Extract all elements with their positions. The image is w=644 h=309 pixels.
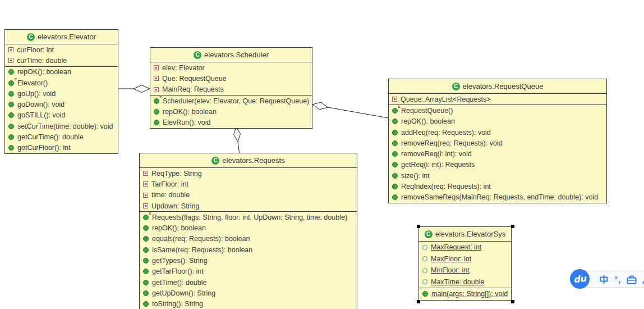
uml-method-row[interactable]: ReqIndex(req: Requests): int xyxy=(389,181,606,192)
baidu-ime-logo[interactable]: du xyxy=(570,269,590,289)
uml-field-row[interactable]: ReqType: String xyxy=(140,168,357,179)
uml-method-row[interactable]: getCurFloor(): int xyxy=(5,143,118,153)
member-label: ReqIndex(req: Requests): int xyxy=(401,183,491,190)
member-label: getUpDown(): String xyxy=(152,289,215,297)
uml-method-row[interactable]: getTarFloor(): int xyxy=(140,266,357,277)
member-label: getTypes(): String xyxy=(152,257,208,265)
class-node-scheduler[interactable]: Celevators.Schedulerelev: ElevatorQue: R… xyxy=(150,47,312,129)
member-label: RequestQueue() xyxy=(401,107,453,115)
member-label: MinFloor: int xyxy=(431,266,470,274)
uml-field-row[interactable]: Que: RequestQueue xyxy=(150,73,312,84)
uml-field-row[interactable]: MinFloor: int xyxy=(419,265,511,276)
uml-method-row[interactable]: cRequests(flags: String, floor: int, UpD… xyxy=(140,212,357,222)
uml-method-row[interactable]: cRequestQueue() xyxy=(389,105,606,116)
member-label: size(): int xyxy=(401,172,430,180)
constructor-icon: c xyxy=(392,108,398,113)
uml-method-row[interactable]: cScheduler(elev: Elevator, Que: RequestQ… xyxy=(150,96,312,106)
uml-method-row[interactable]: getReq(i: int): Requests xyxy=(389,160,606,170)
class-node-elevator[interactable]: Celevators.ElevatorcurFloor: intcurTime:… xyxy=(4,29,118,154)
uml-field-row[interactable]: TarFloor: int xyxy=(140,179,357,189)
uml-field-row[interactable]: MaxTime: double xyxy=(419,276,511,288)
member-label: getTarFloor(): int xyxy=(152,267,204,275)
uml-method-row[interactable]: cElevator() xyxy=(5,78,118,88)
association-line-scheduler-requests[interactable] xyxy=(238,142,240,153)
member-label: removeReq(req: Requests): void xyxy=(401,139,503,147)
uml-method-row[interactable]: main(args: String[]): void xyxy=(419,288,511,300)
field-icon xyxy=(143,181,148,187)
method-icon xyxy=(143,247,149,253)
selection-handle[interactable] xyxy=(417,225,420,228)
uml-method-row[interactable]: getCurTime(): double xyxy=(5,131,118,142)
uml-method-row[interactable]: getTypes(): String xyxy=(140,255,357,266)
selection-handle[interactable] xyxy=(511,225,514,228)
aggregation-diamond-scheduler-bottom[interactable] xyxy=(234,127,241,142)
class-icon: C xyxy=(425,230,433,238)
uml-method-row[interactable]: size(): int xyxy=(389,170,606,181)
member-label: Queue: ArrayList<Requests> xyxy=(401,96,491,103)
diagram-canvas[interactable]: Celevators.ElevatorcurFloor: intcurTime:… xyxy=(0,0,644,309)
constructor-icon: c xyxy=(143,215,149,220)
aggregation-diamond-scheduler-left[interactable] xyxy=(134,85,150,93)
uml-method-row[interactable]: isSame(req: Requests): boolean xyxy=(140,244,357,255)
field-icon xyxy=(143,171,148,176)
uml-method-row[interactable]: repOK(): boolean xyxy=(389,116,606,127)
fields-section: elev: ElevatorQue: RequestQueueMainReq: … xyxy=(150,62,312,96)
uml-field-row[interactable]: MainReq: Requests xyxy=(150,84,312,95)
uml-method-row[interactable]: equals(req: Requests): boolean xyxy=(140,234,357,244)
class-node-elevatorsys[interactable]: Celevators.ElevatorSysMaxRequest: intMax… xyxy=(418,226,512,301)
fields-section: ReqType: StringTarFloor: inttime: double… xyxy=(140,168,357,212)
member-label: repOK(): boolean xyxy=(163,108,217,116)
uml-method-row[interactable]: toString(): String xyxy=(140,299,357,309)
uml-method-row[interactable]: removeSameReqs(MainReq: Requests, endTim… xyxy=(389,192,606,203)
uml-method-row[interactable]: addReq(req: Requests): void xyxy=(389,127,606,138)
member-label: curTime: double xyxy=(17,57,67,65)
member-label: setCurTime(time: double): void xyxy=(17,122,113,130)
class-name: elevators.Scheduler xyxy=(204,51,269,59)
methods-section: cRequestQueue()repOK(): booleanaddReq(re… xyxy=(389,105,606,203)
uml-method-row[interactable]: removeReq(i: int): void xyxy=(389,148,606,159)
field-icon xyxy=(143,203,148,208)
uml-field-row[interactable]: elev: Elevator xyxy=(150,62,312,73)
uml-method-row[interactable]: ElevRun(): void xyxy=(150,117,312,128)
method-icon xyxy=(392,130,398,135)
member-label: ReqType: String xyxy=(151,170,202,178)
uml-method-row[interactable]: getUpDown(): String xyxy=(140,288,357,298)
uml-method-row[interactable]: goSTILL(): void xyxy=(5,110,118,121)
method-icon xyxy=(154,98,159,104)
method-icon xyxy=(392,194,398,200)
uml-method-row[interactable]: goDown(): void xyxy=(5,99,118,110)
uml-method-row[interactable]: getTime(): double xyxy=(140,277,357,288)
member-label: getCurTime(): double xyxy=(17,133,84,141)
uml-field-row[interactable]: Queue: ArrayList<Requests> xyxy=(389,94,606,104)
uml-method-row[interactable]: repOK(): boolean xyxy=(140,222,357,233)
chinese-mode-button[interactable] xyxy=(599,275,609,284)
member-label: main(args: String[]): void xyxy=(431,290,508,298)
uml-field-row[interactable]: Updown: String xyxy=(140,201,357,211)
method-icon xyxy=(8,91,14,97)
uml-field-row[interactable]: curFloor: int xyxy=(5,44,118,55)
uml-method-row[interactable]: repOK(): boolean xyxy=(5,67,118,78)
association-line-scheduler-requestqueue[interactable] xyxy=(328,107,389,118)
uml-field-row[interactable]: time: double xyxy=(140,190,357,201)
uml-method-row[interactable]: removeReq(req: Requests): void xyxy=(389,138,606,148)
member-label: addReq(req: Requests): void xyxy=(401,129,491,137)
static-field-icon xyxy=(422,245,427,250)
aggregation-diamond-scheduler-right[interactable] xyxy=(312,102,328,110)
class-node-requestqueue[interactable]: Celevators.RequestQueueQueue: ArrayList<… xyxy=(388,79,607,203)
methods-section: main(args: String[]): void xyxy=(419,288,511,300)
uml-method-row[interactable]: goUp(): void xyxy=(5,88,118,99)
selection-handle[interactable] xyxy=(417,300,420,303)
uml-method-row[interactable]: setCurTime(time: double): void xyxy=(5,121,118,131)
uml-field-row[interactable]: curTime: double xyxy=(5,55,118,66)
methods-section: cScheduler(elev: Elevator, Que: RequestQ… xyxy=(150,96,312,128)
static-field-icon xyxy=(422,279,427,284)
class-node-requests[interactable]: Celevators.RequestsReqType: StringTarFlo… xyxy=(139,153,357,309)
class-icon: C xyxy=(27,33,35,41)
uml-field-row[interactable]: MaxRequest: int xyxy=(419,242,511,253)
selection-handle[interactable] xyxy=(511,300,514,303)
toolbox-button[interactable] xyxy=(627,275,637,284)
uml-method-row[interactable]: repOK(): boolean xyxy=(150,106,312,117)
member-label: MaxFloor: int xyxy=(431,255,471,263)
uml-field-row[interactable]: MaxFloor: int xyxy=(419,253,511,265)
punctuation-mode-button[interactable]: °, xyxy=(614,275,621,284)
